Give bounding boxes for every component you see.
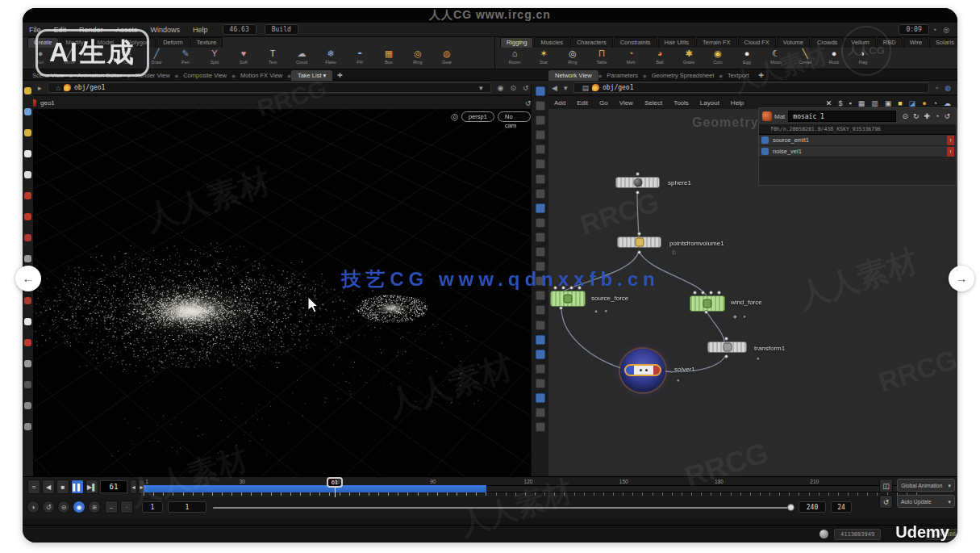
shelf-tab-cloud-fx[interactable]: Cloud FX — [738, 37, 776, 48]
add-tab-icon[interactable]: ✚ — [754, 72, 769, 79]
shelf-tab-muscles[interactable]: Muscles — [534, 37, 569, 48]
menubar-field-1[interactable]: 46.63 — [223, 24, 256, 35]
transport-button-2[interactable]: ■ — [56, 480, 69, 494]
network-icon-1[interactable]: $ — [835, 99, 845, 107]
left-tool-icon-13[interactable] — [24, 360, 31, 367]
node-solver1[interactable] — [620, 349, 665, 392]
timeline-ruler[interactable]: 61 1306090120150180210240 — [144, 479, 916, 496]
transport-button-0[interactable]: ≈ — [27, 480, 40, 494]
shelf-tool-table[interactable]: ΠTable — [587, 48, 616, 65]
node-output-dot[interactable] — [637, 250, 641, 254]
shelf-tab-hair-utils[interactable]: Hair Utils — [658, 37, 695, 48]
display-option-icon-8[interactable] — [536, 203, 545, 213]
node-input-dot[interactable] — [637, 232, 641, 236]
menu-windows[interactable]: Windows — [144, 26, 187, 34]
range-end-field[interactable]: 240 — [799, 501, 826, 513]
network-icon-7[interactable]: ◪ — [906, 99, 920, 107]
shelf-tool-comet[interactable]: ╲Comet — [790, 48, 819, 65]
shelf-tool-egg[interactable]: ●Egg — [732, 48, 761, 65]
network-icon-3[interactable]: ▦ — [855, 99, 869, 107]
display-option-icon-0[interactable] — [536, 86, 545, 96]
display-option-icon-22[interactable] — [536, 408, 545, 417]
shelf-tab-terrain-fx[interactable]: Terrain FX — [696, 37, 737, 48]
path-dropdown-icon[interactable]: ▾ — [476, 84, 486, 92]
pane-tab-motion-fx-view[interactable]: Motion FX View — [236, 72, 287, 79]
left-tool-icon-14[interactable] — [24, 381, 31, 388]
left-tool-icon-7[interactable] — [24, 234, 31, 241]
mini-button-0[interactable]: ‒ — [105, 501, 118, 513]
node-input-dot[interactable] — [636, 172, 640, 176]
range-slider[interactable] — [213, 507, 790, 509]
shelf-tool-coin[interactable]: ◉Coin — [703, 48, 732, 65]
path-box-left[interactable]: ⌂ obj/geo1 ▾ — [48, 82, 490, 93]
panel-icon-1[interactable]: ↻ — [911, 112, 922, 120]
left-tool-icon-15[interactable] — [24, 402, 31, 409]
shelf-tool-split[interactable]: YSplit — [200, 48, 229, 65]
display-option-icon-4[interactable] — [536, 145, 545, 154]
shelf-tool-grass[interactable]: ✱Grass — [674, 48, 703, 65]
display-option-icon-18[interactable] — [536, 350, 545, 359]
left-tool-icon-4[interactable] — [24, 171, 31, 178]
display-option-icon-6[interactable] — [536, 174, 545, 184]
current-frame-field[interactable]: 61 — [100, 480, 127, 493]
network-icon-9[interactable]: ◔ — [930, 99, 940, 107]
shelf-tool-melt[interactable]: ◔Melt — [616, 48, 645, 65]
shelf-tab-texture[interactable]: Texture — [190, 37, 223, 48]
net-menu-select[interactable]: Select — [639, 99, 668, 107]
shelf-tab-constraints[interactable]: Constraints — [614, 37, 657, 48]
node-sphere1[interactable] — [615, 177, 660, 188]
display-option-icon-20[interactable] — [536, 379, 545, 388]
transport-button-3[interactable]: ▌▌ — [71, 480, 84, 494]
left-tool-icon-8[interactable] — [24, 255, 31, 262]
panel-icon-0[interactable]: ⊙ — [899, 112, 911, 120]
next-button[interactable]: → — [949, 266, 974, 291]
display-option-icon-16[interactable] — [536, 320, 545, 330]
node-pointsfromvolume1[interactable] — [617, 237, 661, 248]
range-start-field[interactable]: 1 — [142, 501, 163, 513]
shelf-tool-pen[interactable]: ✎Pen — [171, 48, 200, 65]
net-dropdown-icon[interactable]: ▾ — [561, 84, 571, 92]
home-icon[interactable]: ⌂ — [52, 84, 63, 92]
left-tool-icon-16[interactable] — [24, 423, 31, 430]
net-menu-view[interactable]: View — [614, 99, 639, 107]
node-source-force[interactable] — [550, 291, 586, 307]
pane-tab-active[interactable]: Take List ▾ — [291, 70, 332, 81]
node-wind-force[interactable] — [690, 295, 725, 312]
pane-tab-composite-view[interactable]: Composite View — [178, 72, 231, 79]
display-option-icon-1[interactable] — [536, 101, 545, 111]
network-icon-6[interactable]: ■ — [895, 99, 905, 107]
display-option-icon-17[interactable] — [536, 335, 545, 345]
node-output-dot[interactable] — [636, 191, 640, 195]
pane-tab-parameters[interactable]: Parameters — [602, 72, 643, 79]
net-back-icon[interactable]: ◀ — [548, 84, 561, 92]
shelf-tab-wire[interactable]: Wire — [903, 37, 928, 48]
network-icon-10[interactable]: ☁ — [940, 99, 954, 107]
camera-button-persp[interactable]: persp1 — [461, 111, 494, 122]
shelf-tab-deform[interactable]: Deform — [156, 37, 190, 48]
path-text-right[interactable]: obj/geo1 — [603, 84, 634, 91]
display-option-icon-3[interactable] — [536, 130, 545, 140]
shelf-tool-box[interactable]: ▦Box — [374, 48, 403, 65]
transport-button-1[interactable]: ◀ — [42, 480, 55, 494]
parameter-name-field[interactable]: mosaic 1 — [788, 111, 896, 122]
left-tool-icon-6[interactable] — [24, 213, 31, 220]
display-option-icon-19[interactable] — [536, 364, 545, 374]
left-tool-icon-12[interactable] — [24, 339, 31, 346]
left-tool-icon-5[interactable] — [24, 192, 31, 199]
net-menu-add[interactable]: Add — [548, 99, 571, 107]
network-icon-2[interactable]: ▪ — [845, 99, 854, 107]
playback-option-0[interactable]: ◑ — [27, 501, 40, 513]
solver-node-pill[interactable] — [624, 364, 661, 376]
net-menu-layout[interactable]: Layout — [694, 99, 725, 107]
shelf-tool-pill[interactable]: ◓Pill — [345, 48, 374, 65]
node-output-dot[interactable] — [559, 306, 563, 310]
camera-button-nocam[interactable]: No cam — [498, 111, 531, 122]
net-pin-icon[interactable]: ▫ — [932, 84, 941, 92]
shelf-tab-volume[interactable]: Volume — [777, 37, 810, 48]
settings-icon[interactable]: ◎ — [940, 26, 953, 34]
left-tool-icon-3[interactable] — [24, 150, 31, 157]
left-tool-icon-0[interactable] — [24, 87, 31, 94]
playback-option-2[interactable]: ⊖ — [57, 501, 70, 513]
playback-option-4[interactable]: ≋ — [88, 501, 101, 513]
path-text-left[interactable]: obj/geo1 — [74, 84, 106, 91]
